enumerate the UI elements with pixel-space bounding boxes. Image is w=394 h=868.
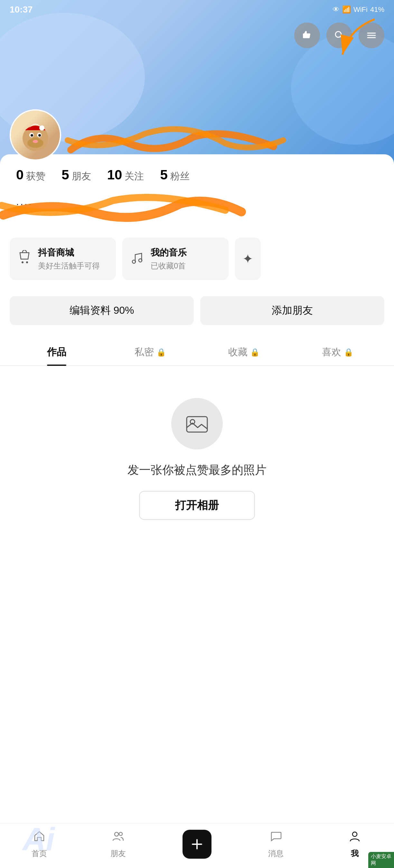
svg-point-10 — [31, 134, 33, 136]
nav-plus[interactable] — [158, 830, 236, 862]
status-bar: 10:37 👁 📶 WiFi 41% — [0, 0, 394, 19]
followers-count: 5 — [160, 167, 167, 183]
svg-point-21 — [115, 832, 118, 836]
svg-point-14 — [39, 125, 45, 130]
open-album-button[interactable]: 打开相册 — [139, 491, 255, 520]
add-friend-button[interactable]: 添加朋友 — [200, 296, 384, 325]
feature-card-music[interactable]: 我的音乐 已收藏0首 — [122, 238, 229, 280]
bio-dots: .... — [16, 196, 378, 208]
tab-likes-lock-icon: 🔒 — [344, 348, 354, 357]
tabs-row: 作品 私密 🔒 收藏 🔒 喜欢 🔒 — [0, 338, 394, 366]
home-icon — [33, 830, 46, 846]
svg-point-22 — [119, 832, 122, 836]
shop-icon — [18, 250, 32, 268]
eye-icon: 👁 — [333, 5, 340, 14]
tab-private-lock-icon: 🔒 — [157, 348, 166, 357]
signal-icon: 📶 — [342, 5, 351, 14]
tab-private-label: 私密 — [135, 346, 154, 359]
shop-text: 抖音商城 美好生活触手可得 — [38, 247, 100, 271]
tab-favorites-lock-icon: 🔒 — [250, 348, 260, 357]
menu-button[interactable] — [359, 23, 384, 48]
empty-text: 发一张你被点赞最多的照片 — [128, 462, 266, 478]
svg-point-15 — [22, 261, 24, 263]
messages-icon — [270, 830, 282, 846]
edit-profile-button[interactable]: 编辑资料 90% — [10, 296, 194, 325]
nav-messages-label: 消息 — [268, 848, 284, 859]
music-subtitle: 已收藏0首 — [151, 261, 187, 271]
nav-plus-button[interactable] — [182, 830, 212, 859]
tab-likes[interactable]: 喜欢 🔒 — [291, 338, 384, 365]
tab-private[interactable]: 私密 🔒 — [103, 338, 197, 365]
feature-card-more[interactable]: ✦ — [235, 238, 261, 280]
tab-favorites-label: 收藏 — [228, 346, 248, 359]
tab-works[interactable]: 作品 — [10, 338, 103, 365]
likes-count: 0 — [16, 167, 24, 183]
shop-title: 抖音商城 — [38, 247, 100, 259]
tab-likes-label: 喜欢 — [322, 346, 341, 359]
profile-header — [0, 0, 394, 180]
following-label: 关注 — [124, 170, 144, 183]
watermark: 小麦安卓网 — [368, 852, 394, 868]
status-icons: 👁 📶 WiFi 41% — [333, 5, 384, 14]
svg-line-1 — [341, 37, 343, 39]
tab-favorites[interactable]: 收藏 🔒 — [197, 338, 291, 365]
svg-point-13 — [33, 140, 38, 143]
music-title: 我的音乐 — [151, 247, 187, 259]
profile-icon — [348, 830, 361, 846]
nav-profile-label: 我 — [351, 848, 359, 859]
stat-likes: 0 获赞 — [16, 167, 46, 183]
svg-point-25 — [353, 832, 357, 837]
nav-friends[interactable]: 朋友 — [79, 830, 158, 862]
watermark-text: 小麦安卓网 — [371, 853, 391, 867]
wifi-icon: WiFi — [354, 5, 368, 14]
nav-friends-label: 朋友 — [110, 848, 126, 859]
svg-rect-19 — [187, 416, 207, 432]
top-icons-container — [294, 23, 384, 48]
profile-info — [10, 109, 384, 161]
bio-area: .... — [0, 192, 394, 231]
svg-point-11 — [38, 134, 41, 136]
stat-following[interactable]: 10 关注 — [107, 167, 144, 183]
stat-friends[interactable]: 5 朋友 — [61, 167, 91, 183]
action-buttons: 编辑资料 90% 添加朋友 — [0, 286, 394, 335]
music-text: 我的音乐 已收藏0首 — [151, 247, 187, 271]
music-icon — [130, 250, 144, 268]
followers-label: 粉丝 — [170, 170, 190, 183]
like-button[interactable] — [294, 23, 320, 48]
tab-works-label: 作品 — [47, 346, 66, 359]
avatar-image — [11, 111, 60, 159]
following-count: 10 — [107, 167, 122, 183]
feature-card-shop[interactable]: 抖音商城 美好生活触手可得 — [10, 238, 116, 280]
nav-messages[interactable]: 消息 — [236, 830, 315, 862]
nav-home-label: 首页 — [32, 848, 47, 859]
stat-followers[interactable]: 5 粉丝 — [160, 167, 189, 183]
shop-subtitle: 美好生活触手可得 — [38, 261, 100, 271]
avatar[interactable] — [10, 109, 61, 161]
feature-cards-row: 抖音商城 美好生活触手可得 我的音乐 已收藏0首 ✦ — [0, 231, 394, 286]
bottom-nav: 首页 朋友 消息 — [0, 823, 394, 868]
search-button[interactable] — [327, 23, 352, 48]
photo-placeholder-icon — [184, 411, 210, 437]
friends-label: 朋友 — [72, 170, 91, 183]
friends-count: 5 — [61, 167, 69, 183]
battery-icon: 41% — [370, 5, 384, 14]
nav-home[interactable]: 首页 — [0, 830, 79, 862]
svg-point-16 — [26, 261, 28, 263]
empty-icon-container — [171, 398, 223, 450]
friends-icon — [112, 830, 124, 846]
empty-content: 发一张你被点赞最多的照片 打开相册 — [0, 366, 394, 539]
status-time: 10:37 — [10, 4, 33, 15]
more-icon: ✦ — [243, 251, 253, 266]
main-card: 0 获赞 5 朋友 10 关注 5 粉丝 .... — [0, 154, 394, 868]
likes-label: 获赞 — [26, 170, 46, 183]
